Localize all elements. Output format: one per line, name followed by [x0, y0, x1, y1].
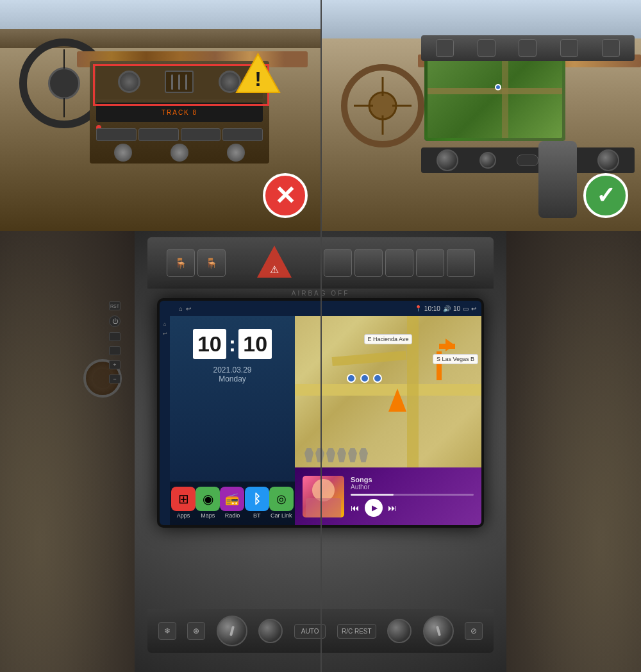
map-pin-2 — [360, 374, 369, 383]
date-string: 2021.03.29 — [170, 365, 295, 374]
correct-badge: ✓ — [583, 173, 628, 218]
correct-panel: ✓ — [320, 0, 641, 231]
prev-button[interactable]: ⏮ — [351, 503, 360, 513]
apps-icon[interactable]: ⊞ — [171, 487, 196, 511]
play-button[interactable]: ▶ — [365, 499, 383, 517]
minute-box: 10 — [238, 329, 272, 359]
comparison-row: TRACK 8 — [0, 0, 641, 231]
battery-level: 10 — [453, 305, 460, 312]
bt-icon-item[interactable]: ᛒ BT — [245, 487, 269, 519]
maps-label: Maps — [201, 512, 215, 519]
apps-label: Apps — [177, 512, 190, 519]
map-pin-3 — [373, 374, 382, 383]
music-controls: ⏮ ▶ ⏭ — [351, 499, 474, 517]
apps-icon-item[interactable]: ⊞ Apps — [171, 487, 196, 519]
status-home-icon: ⌂ — [179, 305, 183, 312]
bt-icon[interactable]: ᛒ — [245, 487, 269, 511]
defrost-icon[interactable]: ⊘ — [465, 622, 483, 640]
radio-label: Radio — [225, 512, 240, 519]
next-button[interactable]: ⏭ — [388, 503, 397, 513]
screen-nav-bar: ⌂ ↩ — [160, 316, 170, 525]
hazard-button[interactable]: ⚠ — [257, 246, 292, 281]
wrong-panel: TRACK 8 — [0, 0, 320, 231]
small-icon-1[interactable]: ❄ — [158, 622, 176, 640]
wrong-badge: ✕ — [263, 173, 308, 218]
installed-screen — [424, 51, 565, 141]
vent-knob-left[interactable] — [258, 619, 283, 643]
right-dash-area — [506, 231, 641, 672]
rest-button[interactable]: R/C REST — [337, 624, 376, 639]
radio-icon-item[interactable]: 📻 Radio — [220, 487, 244, 519]
warning-triangle: ! — [234, 51, 282, 97]
gps-icon: 📍 — [415, 305, 422, 312]
volume-icon: 🔊 — [443, 305, 451, 312]
route-arrows — [304, 448, 368, 462]
songs-label: Songs — [351, 476, 474, 483]
nav-icon: ↩ — [471, 305, 476, 312]
clock-display: 10 : 10 — [170, 316, 295, 362]
map-pin-1 — [347, 374, 356, 383]
app-icons-row: ⊞ Apps ◉ Maps 📻 Radio ᛒ — [170, 482, 295, 525]
vent-knob-right[interactable] — [387, 619, 412, 643]
temp-knob-right[interactable] — [423, 616, 454, 646]
carlink-icon[interactable]: ◎ — [269, 487, 294, 511]
side-buttons-left: RST ⏻ + − — [109, 301, 121, 383]
status-time: 10:10 — [424, 305, 440, 312]
temp-knob-left[interactable] — [217, 616, 247, 646]
music-info: Songs Author ⏮ ▶ — [351, 476, 474, 517]
album-art — [303, 476, 344, 517]
day-of-week: Monday — [170, 374, 295, 383]
fan-icon[interactable]: ⊕ — [187, 622, 205, 640]
radio-icon[interactable]: 📻 — [220, 487, 244, 511]
map-display: E Hacienda Ave S Las Vegas B — [295, 316, 481, 467]
maps-icon[interactable]: ◉ — [196, 487, 220, 511]
street-label-2: S Las Vegas B — [433, 354, 478, 364]
svg-text:!: ! — [254, 67, 262, 90]
left-dash-area — [0, 231, 135, 672]
screen-left-panel: 10 : 10 2021.03.29 Monday — [170, 316, 295, 525]
author-label: Author — [351, 483, 474, 491]
clock-colon: : — [229, 332, 236, 357]
panel-divider — [320, 0, 322, 672]
nav-arrow — [388, 389, 406, 412]
status-back-icon: ↩ — [186, 305, 191, 312]
street-label-1: E Hacienda Ave — [364, 334, 413, 344]
bt-label: BT — [253, 512, 261, 519]
music-panel: Songs Author ⏮ ▶ — [295, 467, 481, 525]
carlink-label: Car Link — [271, 512, 292, 519]
screen-right-panel: E Hacienda Ave S Las Vegas B — [295, 316, 481, 525]
hour-box: 10 — [193, 329, 226, 359]
date-display: 2021.03.29 Monday — [170, 362, 295, 387]
battery-icon: ▭ — [463, 305, 469, 312]
carlink-icon-item[interactable]: ◎ Car Link — [269, 487, 294, 519]
maps-icon-item[interactable]: ◉ Maps — [196, 487, 220, 519]
play-icon: ▶ — [372, 503, 378, 512]
